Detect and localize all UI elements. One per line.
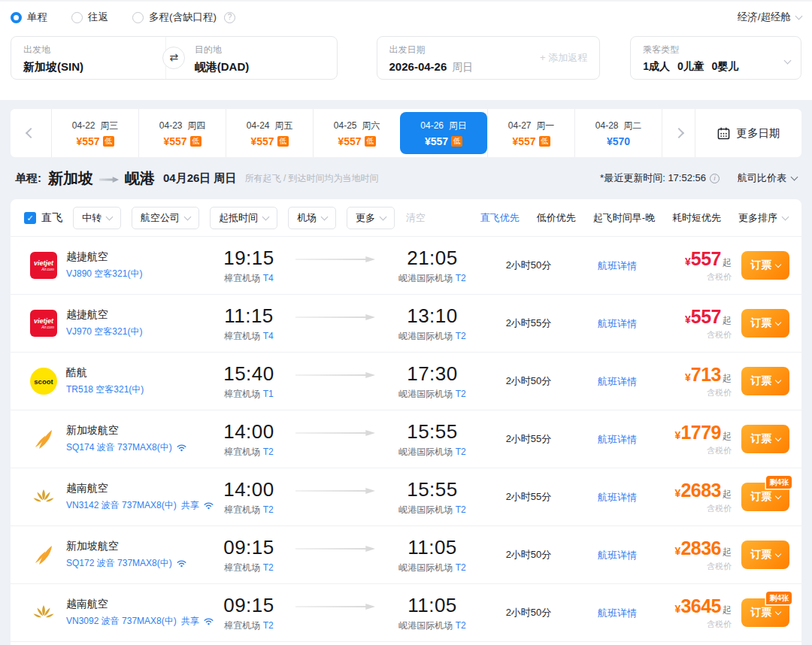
departure-city-field[interactable]: 出发地 新加坡(SIN) [11,37,165,79]
chevron-down-icon [774,609,780,615]
trip-type-oneway[interactable]: 单程 [11,11,47,24]
more-dates-label: 更多日期 [737,126,780,141]
more-dates-button[interactable]: 更多日期 [695,109,801,157]
book-button-wrap: 订票 [741,367,789,395]
route-header-right: *最近更新时间: 17:52:56 i 航司比价表 [600,171,797,185]
flight-arrow-column [293,314,377,320]
airline-column: scoot 酷航 TR518 空客321(中) [30,366,205,396]
departure-terminal: T2 [263,504,274,515]
flight-number-aircraft[interactable]: TR518 空客321(中) [66,383,144,396]
flight-list-card: ✓ 直飞 中转 航空公司 起抵时间 机场 更多 清空 直飞优先低价优先起飞时间早… [11,199,801,645]
price-from-suffix: 起 [723,546,732,559]
book-button[interactable]: 订票 [741,367,789,395]
flight-direction-arrow-icon [295,546,375,552]
flight-detail-link[interactable]: 航班详情 [598,260,637,271]
flight-detail-link[interactable]: 航班详情 [598,318,637,329]
airline-price-compare-button[interactable]: 航司比价表 [738,171,797,185]
last-updated: *最近更新时间: 17:52:56 i [600,171,720,185]
date-cell-04-26[interactable]: 04-26 周日 ¥557低 [400,112,487,154]
seats-left-badge: 剩4张 [766,592,792,604]
flight-number-aircraft[interactable]: VN3092 波音 737MAX8(中)共享 [66,615,214,628]
departure-column: 14:00 樟宜机场 T2 [205,478,293,516]
low-price-badge: 低 [451,136,462,147]
date-cell-04-25[interactable]: 04-25 周六 ¥557低 [313,109,400,157]
airline-column: 越南航空 VN3092 波音 737MAX8(中)共享 [30,598,205,628]
passenger-type-field[interactable]: 乘客类型 1成人 0儿童 0婴儿 [630,36,801,80]
vietjet-logo: vietjetAir.com [30,252,57,279]
book-button[interactable]: 订票 [741,541,789,569]
calendar-icon [717,127,730,140]
book-button[interactable]: 订票 [741,425,789,453]
arrival-airport: 岘港国际机场 T2 [377,504,487,516]
airline-column: 越南航空 VN3142 波音 737MAX8(中)共享 [30,482,205,512]
departure-date-field[interactable]: 出发日期 2026-04-26周日 + 添加返程 [377,36,601,80]
route-date: 04月26日 周日 [163,171,237,186]
flight-detail-link[interactable]: 航班详情 [598,492,637,503]
flight-detail-link[interactable]: 航班详情 [598,550,637,561]
radio-selected-icon[interactable] [11,12,22,23]
airline-info: 越捷航空 VJ970 空客321(中) [66,308,142,338]
flight-detail-link[interactable]: 航班详情 [598,607,637,619]
sort-option-3[interactable]: 耗时短优先 [672,211,721,225]
arrival-column: 15:55 岘港国际机场 T2 [377,420,487,459]
vietnam-airlines-lotus-logo [30,483,57,510]
flight-number-aircraft[interactable]: VJ970 空客321(中) [66,326,142,338]
info-icon[interactable]: i [710,174,720,183]
flight-detail-link[interactable]: 航班详情 [598,376,637,387]
radio-icon[interactable] [71,12,83,23]
filter-pill-2[interactable]: 起抵时间 [210,207,277,229]
departure-time: 14:00 [205,478,293,501]
sort-option-2[interactable]: 起飞时间早-晚 [593,211,655,225]
price-block: ¥1779起 含税价 [675,422,732,456]
flight-arrow-column [293,546,377,552]
flight-number-aircraft[interactable]: VN3142 波音 737MAX8(中)共享 [66,499,214,512]
next-dates-button[interactable] [662,109,695,157]
book-button[interactable]: 订票 [741,309,789,338]
help-icon[interactable]: ? [224,12,235,23]
chevron-down-icon [184,213,192,220]
trip-type-multicity[interactable]: 多程(含缺口程) [132,11,217,24]
filter-pill-3[interactable]: 机场 [288,207,336,229]
local-time-note: 所有起飞 / 到达时间均为当地时间 [245,172,379,185]
trip-type-roundtrip[interactable]: 往返 [71,11,108,24]
chevron-down-icon [774,493,780,499]
price-block: ¥2683起 含税价 [675,480,732,514]
add-return-button[interactable]: + 添加返程 [540,51,587,65]
filter-pill-4[interactable]: 更多 [347,207,395,229]
trip-type-label: 往返 [88,11,108,24]
price-block: ¥2836起 含税价 [675,538,732,572]
trip-type-row: 单程 往返 多程(含缺口程) ? 经济/超经舱 [11,9,801,26]
low-price-badge: 低 [365,136,376,147]
departure-terminal: T4 [263,331,274,341]
flight-number-aircraft[interactable]: SQ172 波音 737MAX8(中) [66,557,186,570]
airline-column: vietjetAir.com 越捷航空 VJ970 空客321(中) [30,308,205,338]
sort-option-0[interactable]: 直飞优先 [480,211,520,225]
departure-label: 出发地 [23,44,165,56]
cabin-class-selector[interactable]: 经济/超经舱 [738,11,801,24]
date-cell-04-23[interactable]: 04-23 周四 ¥557低 [138,109,226,157]
book-button[interactable]: 订票 [741,251,789,280]
filter-pill-0[interactable]: 中转 [73,207,121,229]
date-price-strip: 04-22 周三 ¥557低 04-23 周四 ¥557低 04-24 周五 ¥… [11,109,801,157]
flight-number-aircraft[interactable]: VJ890 空客321(中) [66,268,142,280]
airline-info: 酷航 TR518 空客321(中) [66,366,144,396]
filter-pill-1[interactable]: 航空公司 [132,207,199,229]
direct-flight-checkbox[interactable]: ✓ [24,212,36,224]
date-cell-04-22[interactable]: 04-22 周三 ¥557低 [51,109,138,157]
price-column: ¥3645起 含税价 剩4张 订票 [665,595,801,630]
date-cell-04-27[interactable]: 04-27 周一 ¥557低 [487,109,574,157]
flight-detail-link[interactable]: 航班详情 [598,434,637,445]
more-sort-button[interactable]: 更多排序 [738,211,788,225]
departure-value: 新加坡(SIN) [23,60,165,74]
flight-number-aircraft[interactable]: SQ174 波音 737MAX8(中) [66,441,186,454]
destination-city-field[interactable]: 目的地 岘港(DAD) [165,37,337,79]
clear-filters-button[interactable]: 清空 [406,211,426,225]
results-section: 04-22 周三 ¥557低 04-23 周四 ¥557低 04-24 周五 ¥… [0,100,812,645]
prev-dates-button[interactable] [11,109,51,157]
date-cell-04-24[interactable]: 04-24 周五 ¥557低 [226,109,313,157]
sort-option-1[interactable]: 低价优先 [537,211,576,225]
date-cell-04-28[interactable]: 04-28 周二 ¥570 [574,109,662,157]
swap-cities-icon[interactable]: ⇄ [162,47,185,69]
radio-icon[interactable] [132,12,144,23]
book-button-wrap: 订票 [741,541,789,569]
